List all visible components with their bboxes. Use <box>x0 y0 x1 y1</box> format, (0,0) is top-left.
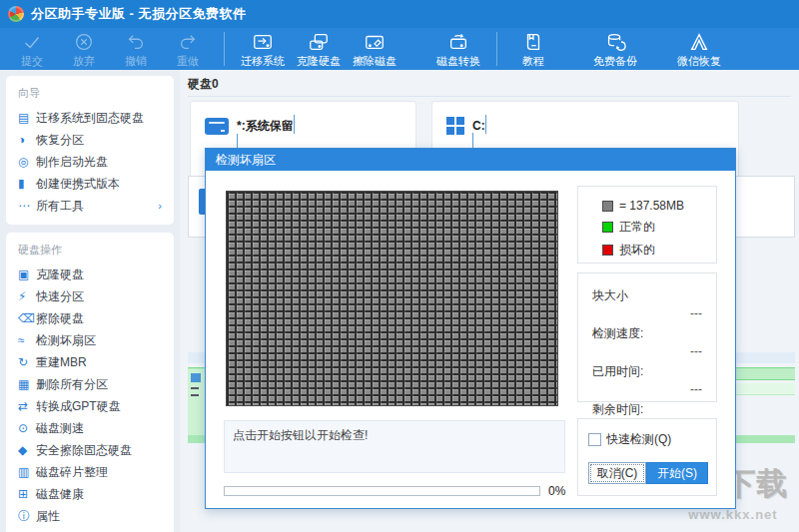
secure-erase-ssd-icon: ◆ <box>18 443 36 457</box>
sidebar-item-wipe-disk[interactable]: ⌫擦除硬盘 <box>6 307 174 329</box>
migrate-os-label: 迁移系统 <box>241 54 285 69</box>
sidebar-item-label: 迁移系统到固态硬盘 <box>36 110 144 127</box>
checkbox-icon <box>588 433 601 446</box>
sidebar-item-disk-speed-test[interactable]: ⊙磁盘测速 <box>6 417 174 439</box>
sidebar-item-label: 所有工具 <box>36 198 84 215</box>
section-title-wizard: 向导 <box>6 82 174 107</box>
dialog-titlebar[interactable]: 检测坏扇区 <box>206 149 735 171</box>
legend-box: = 137.58MB 正常的 损坏的 <box>577 186 717 264</box>
start-button[interactable]: 开始(S) <box>646 462 708 484</box>
partition-label: C: <box>472 119 485 133</box>
sidebar-item-rebuild-mbr[interactable]: ↻重建MBR <box>6 351 174 373</box>
quick-check-checkbox[interactable]: 快速检测(Q) <box>588 431 708 448</box>
wechat-recovery-button[interactable]: 微信恢复 <box>671 28 727 70</box>
recover-partition-icon: ◑ <box>18 133 36 147</box>
submit-label: 提交 <box>21 54 43 69</box>
quick-check-label: 快速检测(Q) <box>606 431 671 448</box>
watermark-url: www.kkx.net <box>667 507 799 522</box>
chevron-right-icon: › <box>158 200 162 212</box>
free-backup-button[interactable]: 免费备份 <box>587 28 643 70</box>
progress-row: 0% <box>224 484 565 498</box>
app-window: 分区助手专业版 - 无损分区免费软件 提交 放弃 撤销 重做 迁移系统 克隆硬盘 <box>0 0 799 532</box>
toolbar-separator <box>496 32 497 66</box>
sidebar-item-convert-gpt[interactable]: ⇄转换成GPT硬盘 <box>6 395 174 417</box>
legend-label: 正常的 <box>619 219 655 236</box>
free-backup-icon <box>603 31 627 53</box>
sidebar-item-migrate-to-ssd[interactable]: ▤迁移系统到固态硬盘 <box>6 107 174 129</box>
block-swatch-icon <box>602 201 613 212</box>
sidebar-item-label: 快速分区 <box>36 288 84 305</box>
wipe-disk-icon: ⌫ <box>18 311 36 325</box>
legend-label: 损坏的 <box>619 242 655 259</box>
bootable-media-icon: ◎ <box>18 155 36 169</box>
sidebar-item-recover-partition[interactable]: ◑恢复分区 <box>6 129 174 151</box>
undo-label: 撤销 <box>125 54 147 69</box>
sidebar-item-disk-health[interactable]: ⊞磁盘健康 <box>6 483 174 505</box>
clone-disk-icon <box>306 31 332 53</box>
sidebar-item-secure-erase-ssd[interactable]: ◆安全擦除固态硬盘 <box>6 439 174 461</box>
convert-disk-icon <box>445 31 471 53</box>
sector-block-grid <box>226 191 558 406</box>
disk-operations-section: 硬盘操作 ▣克隆硬盘 ⚡快速分区 ⌫擦除硬盘 ≈检测坏扇区 ↻重建MBR ▦删除… <box>6 233 174 532</box>
stat-value: --- <box>592 344 702 358</box>
sidebar-item-quick-partition[interactable]: ⚡快速分区 <box>6 285 174 307</box>
sidebar-item-all-tools[interactable]: ⋯所有工具› <box>6 195 174 217</box>
sidebar-item-label: 磁盘测速 <box>36 420 84 437</box>
stat-label: 已用时间: <box>592 363 702 380</box>
free-backup-label: 免费备份 <box>593 54 637 69</box>
convert-disk-label: 磁盘转换 <box>436 54 480 69</box>
sidebar-item-check-bad-sectors[interactable]: ≈检测坏扇区 <box>6 329 174 351</box>
stat-label: 检测速度: <box>592 325 702 342</box>
redo-button[interactable]: 重做 <box>162 28 214 70</box>
delete-all-partitions-icon: ▦ <box>18 377 36 391</box>
sidebar-item-bootable-media[interactable]: ◎制作启动光盘 <box>6 151 174 173</box>
cancel-button[interactable]: 取消(C) <box>588 462 646 484</box>
wechat-recovery-label: 微信恢复 <box>677 54 721 69</box>
wipe-disk-label: 擦除磁盘 <box>353 54 397 69</box>
all-tools-icon: ⋯ <box>18 199 36 213</box>
check-bad-sectors-dialog: 检测坏扇区 = 137.58MB 正常的 损坏的 块 <box>205 148 736 509</box>
clone-disk-button[interactable]: 克隆硬盘 <box>291 28 347 70</box>
windows-logo-icon <box>446 117 464 135</box>
discard-button[interactable]: 放弃 <box>58 28 110 70</box>
tutorial-button[interactable]: 教程 <box>507 28 559 70</box>
sidebar-item-label: 创建便携式版本 <box>36 176 120 193</box>
sidebar-item-label: 制作启动光盘 <box>36 154 108 171</box>
discard-label: 放弃 <box>73 54 95 69</box>
main-area: 硬盘0 *:系统保留 C: <box>180 70 799 532</box>
submit-button[interactable]: 提交 <box>6 28 58 70</box>
sidebar-item-portable-version[interactable]: ▮创建便携式版本 <box>6 173 174 195</box>
discard-circle-x-icon <box>72 31 96 53</box>
sidebar-item-label: 安全擦除固态硬盘 <box>36 442 132 459</box>
sidebar-item-label: 检测坏扇区 <box>36 332 96 349</box>
sidebar-item-label: 恢复分区 <box>36 132 84 149</box>
stat-value: --- <box>592 306 702 320</box>
progress-bar <box>224 486 540 496</box>
stat-elapsed-time: 已用时间: --- <box>592 363 702 396</box>
sidebar-item-defrag[interactable]: ▥磁盘碎片整理 <box>6 461 174 483</box>
toolbar: 提交 放弃 撤销 重做 迁移系统 克隆硬盘 擦除磁盘 磁盘 <box>0 28 799 70</box>
sidebar-item-label: 磁盘健康 <box>36 486 84 503</box>
submit-check-icon <box>20 31 44 53</box>
sidebar-item-label: 擦除硬盘 <box>36 310 84 327</box>
status-message: 点击开始按钮以开始检查! <box>233 428 368 442</box>
partition-label: *:系统保留 <box>237 119 294 133</box>
sidebar-item-label: 属性 <box>36 508 60 525</box>
sidebar-item-properties[interactable]: ⓘ属性 <box>6 505 174 527</box>
action-box: 快速检测(Q) 取消(C) 开始(S) <box>577 418 717 496</box>
wipe-disk-button[interactable]: 擦除磁盘 <box>347 28 402 70</box>
convert-disk-button[interactable]: 磁盘转换 <box>430 28 486 70</box>
quick-partition-icon: ⚡ <box>18 289 36 303</box>
bad-swatch-icon <box>602 245 613 256</box>
disk-header: 硬盘0 <box>188 76 219 93</box>
sidebar-item-delete-all-partitions[interactable]: ▦删除所有分区 <box>6 373 174 395</box>
redo-label: 重做 <box>177 54 199 69</box>
migrate-os-button[interactable]: 迁移系统 <box>235 28 291 70</box>
sidebar-item-label: 磁盘碎片整理 <box>36 464 108 481</box>
sidebar-item-clone-disk[interactable]: ▣克隆硬盘 <box>6 264 174 285</box>
stat-value: --- <box>592 382 702 396</box>
legend-label: = 137.58MB <box>619 199 684 213</box>
tutorial-book-icon <box>521 31 545 53</box>
wipe-disk-icon <box>362 31 388 53</box>
undo-button[interactable]: 撤销 <box>110 28 162 70</box>
